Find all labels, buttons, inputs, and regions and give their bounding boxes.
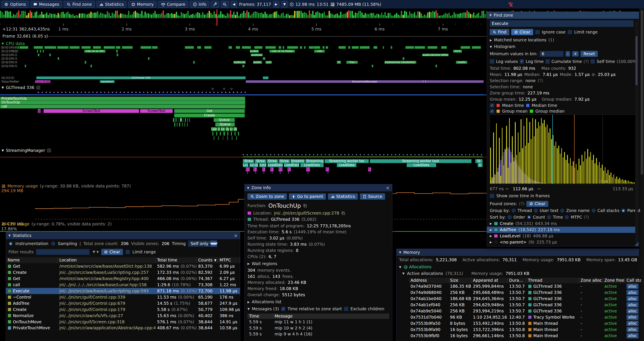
message-dot[interactable] bbox=[159, 92, 160, 93]
message-dot[interactable] bbox=[340, 154, 342, 155]
cpu-zone[interactable] bbox=[122, 46, 132, 49]
message-dot[interactable] bbox=[274, 154, 275, 155]
histogram-bar[interactable] bbox=[609, 175, 610, 184]
message-dot[interactable] bbox=[387, 154, 388, 155]
frame-bar[interactable] bbox=[437, 13, 438, 18]
alloc-callstack-button[interactable]: alloc bbox=[626, 302, 638, 307]
frame-bar[interactable] bbox=[280, 15, 281, 18]
messages-button[interactable]: Messages bbox=[31, 1, 62, 8]
frame-bar[interactable] bbox=[174, 14, 176, 18]
cpu-zone[interactable] bbox=[383, 46, 384, 49]
message-dot[interactable] bbox=[108, 92, 109, 93]
zone-bar[interactable]: PrivateTouchUp bbox=[0, 97, 245, 101]
histogram-bar[interactable] bbox=[568, 163, 569, 184]
column-thread[interactable]: Thread bbox=[526, 278, 579, 283]
frame-bar[interactable] bbox=[48, 15, 49, 18]
cpu-zone[interactable] bbox=[242, 65, 244, 67]
frame-bar[interactable] bbox=[269, 14, 271, 18]
radio-order[interactable] bbox=[507, 215, 512, 219]
frame-bar[interactable] bbox=[113, 14, 115, 18]
histogram-bar[interactable] bbox=[564, 152, 565, 184]
frame-bar[interactable] bbox=[196, 14, 197, 18]
cpu-zone[interactable]: audio.se bbox=[233, 61, 246, 64]
frame-bar[interactable] bbox=[401, 11, 402, 18]
message-dot[interactable] bbox=[190, 92, 191, 93]
frame-bar[interactable] bbox=[376, 14, 378, 18]
frame-bar[interactable] bbox=[2, 12, 3, 18]
alloc-callstack-button[interactable]: alloc bbox=[626, 284, 638, 289]
message-dot[interactable] bbox=[391, 154, 392, 155]
frame-bar[interactable] bbox=[235, 15, 236, 18]
column-name[interactable]: Name bbox=[6, 257, 58, 263]
frame-bar[interactable] bbox=[61, 12, 62, 18]
frame-bar[interactable] bbox=[115, 11, 116, 18]
cpu-zone[interactable] bbox=[282, 46, 284, 49]
find-zone-button[interactable]: Find zone bbox=[64, 1, 94, 8]
cpu-zone[interactable] bbox=[57, 46, 68, 49]
frame-bar[interactable] bbox=[186, 14, 187, 18]
message-row[interactable]: 5.59 smip 10 w 2 h 2 (4) bbox=[248, 325, 389, 331]
filter-input[interactable] bbox=[36, 249, 90, 255]
message-dot[interactable] bbox=[112, 92, 113, 93]
column-mtpc[interactable]: MTPC bbox=[218, 257, 240, 263]
frame-bar[interactable] bbox=[362, 13, 363, 18]
frame-bar[interactable] bbox=[320, 14, 322, 18]
zone-bar[interactable] bbox=[178, 118, 179, 122]
frame-bar[interactable] bbox=[207, 13, 208, 18]
message-dot[interactable] bbox=[403, 154, 404, 155]
histogram-bar[interactable] bbox=[615, 178, 616, 184]
message-dot[interactable] bbox=[481, 154, 482, 155]
frame-bar[interactable] bbox=[232, 15, 233, 18]
zone-bar[interactable] bbox=[231, 132, 232, 136]
message-dot[interactable] bbox=[186, 92, 187, 93]
cpu-zone[interactable]: (worker/) bbox=[100, 80, 114, 83]
histogram-bar[interactable] bbox=[596, 158, 597, 184]
allocation-row[interactable]: 0x74ab1be040186.68 KB294,645,364ns13:50.… bbox=[409, 295, 639, 302]
frame-bar[interactable] bbox=[392, 16, 394, 18]
info-button[interactable]: Info bbox=[190, 1, 209, 8]
zone-bar[interactable] bbox=[184, 122, 185, 126]
message-dot[interactable] bbox=[465, 154, 466, 155]
frame-bar[interactable] bbox=[28, 13, 29, 18]
frame-bar[interactable] bbox=[304, 12, 305, 18]
column-location[interactable]: Location bbox=[58, 257, 156, 263]
zone-bar[interactable] bbox=[189, 118, 190, 122]
histogram-bar[interactable] bbox=[572, 166, 572, 184]
zone-bar[interactable]: Loi bbox=[220, 127, 225, 131]
frame-bar[interactable] bbox=[310, 14, 312, 18]
cpu-zone[interactable] bbox=[414, 46, 425, 49]
frame-bar[interactable] bbox=[25, 11, 26, 18]
histogram-bar[interactable] bbox=[590, 152, 591, 184]
message-dot[interactable] bbox=[477, 154, 478, 155]
wait-regions-toggle[interactable]: ▶Wait regions bbox=[248, 261, 389, 266]
frame-bar[interactable] bbox=[204, 15, 205, 18]
column-zone-alloc[interactable]: Zone alloc bbox=[579, 278, 603, 283]
streaming-header[interactable]: ▼StreamingManager bbox=[2, 148, 51, 153]
frame-bar[interactable] bbox=[135, 11, 136, 18]
message-dot[interactable] bbox=[116, 92, 117, 93]
frame-bar[interactable] bbox=[199, 13, 200, 18]
frame-bar[interactable] bbox=[222, 14, 223, 18]
statistics-titlebar[interactable]: ▼Statistics× bbox=[6, 232, 240, 239]
frame-bar[interactable] bbox=[67, 12, 68, 18]
alloc-callstack-button[interactable]: alloc bbox=[626, 327, 638, 332]
frame-bar[interactable] bbox=[366, 14, 368, 18]
frame-bar[interactable] bbox=[340, 12, 342, 18]
frame-bar[interactable] bbox=[169, 14, 170, 18]
histogram-bar[interactable] bbox=[626, 181, 627, 184]
cpu-zone[interactable] bbox=[352, 46, 359, 49]
alloc-callstack-button[interactable]: alloc bbox=[626, 333, 638, 338]
histogram-bar[interactable] bbox=[560, 154, 560, 184]
cpu-zone[interactable]: cds_ol_rx_thr bbox=[84, 50, 106, 53]
frame-bar[interactable] bbox=[30, 11, 31, 18]
frame-bar[interactable] bbox=[70, 15, 72, 18]
frame-bar[interactable] bbox=[176, 12, 177, 18]
zone-marker-icon[interactable]: ▽ bbox=[212, 88, 214, 90]
message-dot[interactable] bbox=[399, 154, 400, 155]
histogram-bar[interactable] bbox=[505, 150, 506, 184]
frame-bar[interactable] bbox=[452, 15, 453, 18]
find-zone-query-input[interactable] bbox=[490, 20, 634, 27]
zone-bar[interactable]: St bbox=[475, 159, 483, 163]
frame-bar[interactable] bbox=[478, 13, 479, 18]
frame-bar[interactable] bbox=[307, 15, 308, 18]
